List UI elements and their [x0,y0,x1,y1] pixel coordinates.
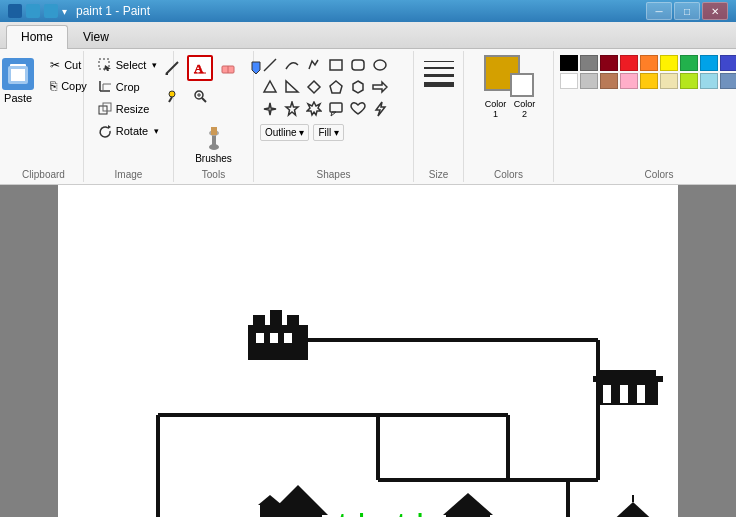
clipboard-label: Clipboard [4,169,83,180]
svg-rect-47 [287,315,299,330]
rotate-button[interactable]: Rotate ▾ [93,121,164,141]
line-shape[interactable] [260,55,280,75]
svg-rect-2 [11,69,25,81]
color1-label: Color1 [481,99,511,119]
resize-button[interactable]: Resize [93,99,155,119]
color2-swatch[interactable] [510,73,534,97]
pencil-tool[interactable] [159,55,185,81]
svg-line-21 [202,98,206,102]
arrow-right-shape[interactable] [370,77,390,97]
paste-button[interactable]: Paste [0,55,41,107]
diamond-shape[interactable] [304,77,324,97]
palette-color-ffffff[interactable] [560,73,578,89]
brushes-label: Brushes [195,153,232,164]
size-4-button[interactable] [424,82,454,87]
close-button[interactable]: ✕ [702,2,728,20]
pentagon-shape[interactable] [326,77,346,97]
paint-canvas[interactable]: www.ontakontak.com [58,185,678,517]
palette-color-ed1c24[interactable] [620,55,638,71]
outline-button[interactable]: Outline ▾ [260,124,309,141]
cut-label: Cut [64,59,81,71]
palette-color-ffc90e[interactable] [640,73,658,89]
heart-shape[interactable] [348,99,368,119]
palette-color-3f48cc[interactable] [720,55,736,71]
svg-marker-36 [353,81,363,93]
color-picker-tool[interactable] [159,83,185,109]
svg-marker-32 [264,81,276,92]
window-title: paint 1 - Paint [76,4,150,18]
brushes-icon [200,125,228,153]
fill-button[interactable]: Fill ▾ [313,124,344,141]
tab-home[interactable]: Home [6,25,68,49]
svg-marker-63 [258,495,282,505]
palette-color-7f7f7f[interactable] [580,55,598,71]
app-icon [8,4,22,18]
palette-color-fff200[interactable] [660,55,678,71]
maximize-button[interactable]: □ [674,2,700,20]
palette-grid [560,55,736,103]
callout-shape[interactable] [326,99,346,119]
palette-color-c3c3c3[interactable] [580,73,598,89]
palette-color-b97a57[interactable] [600,73,618,89]
crop-icon [98,80,112,94]
palette-color-efe4b0[interactable] [660,73,678,89]
size-2-button[interactable] [424,67,454,69]
right-triangle-shape[interactable] [282,77,302,97]
curve-shape[interactable] [282,55,302,75]
rect-shape[interactable] [326,55,346,75]
copy-label: Copy [61,80,87,92]
quick-save-icon[interactable] [26,4,40,18]
palette-color-880015[interactable] [600,55,618,71]
colors-label: Colors [464,169,553,180]
title-bar: ▾ paint 1 - Paint ─ □ ✕ [0,0,736,22]
palette-color-22b14c[interactable] [680,55,698,71]
svg-rect-30 [352,60,364,70]
palette-color-ff7f27[interactable] [640,55,658,71]
svg-marker-11 [108,125,111,129]
canvas-area[interactable]: www.ontakontak.com [0,185,736,517]
magnify-tool[interactable] [187,83,213,109]
text-tool[interactable]: A [187,55,213,81]
palette-color-99d9ea[interactable] [700,73,718,89]
4star-shape[interactable] [260,99,280,119]
select-arrow[interactable]: ▾ [152,60,157,70]
quick-undo-icon[interactable] [44,4,58,18]
size-label: Size [414,169,463,180]
palette-color-00a2e8[interactable] [700,55,718,71]
tools-label: Tools [174,169,253,180]
size-3-button[interactable] [424,74,454,77]
5star-shape[interactable] [282,99,302,119]
select-button[interactable]: Select ▾ [93,55,163,75]
triangle-shape[interactable] [260,77,280,97]
crop-label: Crop [116,81,140,93]
svg-rect-56 [637,385,645,403]
freeform-shape[interactable] [304,55,324,75]
tools-grid: A [159,55,269,123]
rotate-arrow[interactable]: ▾ [154,126,159,136]
svg-point-18 [169,91,175,97]
palette-color-ffaec9[interactable] [620,73,638,89]
svg-marker-40 [307,102,321,115]
cut-icon: ✂ [50,58,60,72]
paste-label: Paste [4,92,32,104]
svg-rect-45 [253,315,265,330]
6star-shape[interactable] [304,99,324,119]
svg-rect-50 [284,333,292,343]
minimize-button[interactable]: ─ [646,2,672,20]
rounded-rect-shape[interactable] [348,55,368,75]
svg-rect-27 [211,127,217,135]
svg-point-31 [374,60,386,70]
lightning-shape[interactable] [370,99,390,119]
hexagon-shape[interactable] [348,77,368,97]
crop-button[interactable]: Crop [93,77,145,97]
palette-color-000000[interactable] [560,55,578,71]
eraser-tool[interactable] [215,55,241,81]
ellipse-shape[interactable] [370,55,390,75]
dropdown-arrow[interactable]: ▾ [62,4,68,18]
palette-color-7092be[interactable] [720,73,736,89]
tab-view[interactable]: View [68,25,124,48]
image-label: Image [84,169,173,180]
palette-color-b5e61d[interactable] [680,73,698,89]
size-1-button[interactable] [424,61,454,62]
drawing-svg [58,185,678,517]
